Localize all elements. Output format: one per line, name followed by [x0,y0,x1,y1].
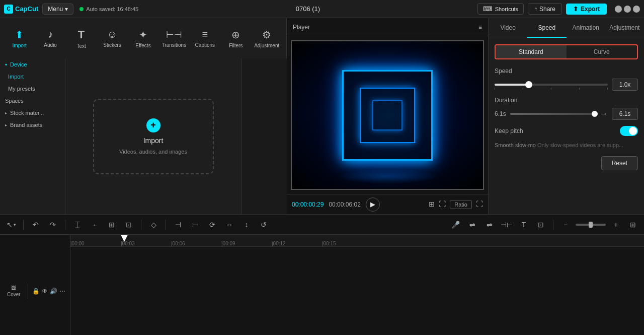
tool-text-label: Text [76,43,86,49]
sidebar-item-stock[interactable]: ▸ Stock mater... [0,107,65,119]
t-tool[interactable]: T [517,218,531,232]
tool-text[interactable]: T Text [67,21,96,56]
shortcuts-button[interactable]: ⌨ Shortcuts [477,3,524,15]
delete-icon: ⊡ [126,221,132,229]
speed-panel: Standard Curve Speed [489,38,644,214]
visibility-icon[interactable]: 👁 [42,288,48,295]
sidebar-sub-presets[interactable]: My presets [0,83,65,95]
tool-filters[interactable]: ⊕ Filters [221,21,250,56]
volume-icon[interactable]: 🔊 [50,288,57,295]
cover-label: Cover [7,292,21,297]
speed-ticks [495,88,608,90]
ratio-button[interactable]: Ratio [450,200,472,209]
reverse-tool[interactable]: ⟳ [205,218,219,232]
pip-tool[interactable]: ⊡ [534,218,548,232]
zoom-in-tool[interactable]: + [609,218,623,232]
sidebar-item-device[interactable]: ▾ Device [0,58,65,71]
stickers-icon: ☺ [107,29,117,40]
effects-icon: ✦ [139,29,147,41]
tab-animation[interactable]: Animation [567,18,605,38]
reset-button[interactable]: Reset [601,156,638,170]
menu-button[interactable]: Menu ▾ [42,4,73,15]
split-tool-1[interactable]: ⌶ [70,218,85,232]
tab-adjustment[interactable]: Adjustment [605,18,644,38]
time-total: 00:00:06:02 [329,201,360,208]
share-button[interactable]: ↑ Share [528,3,562,15]
import-dropzone[interactable]: + Import Videos, audios, and images [93,99,214,174]
topbar: C CapCut Menu ▾ Auto saved: 16:48:45 070… [0,0,644,18]
cover-button[interactable]: 🖼 Cover [4,283,24,299]
zoom-out-icon: − [564,221,568,229]
export-button[interactable]: ⬆ Export [566,4,607,15]
fullscreen-expand-icon[interactable]: ⛶ [439,200,446,209]
player-menu-icon[interactable]: ≡ [478,24,482,31]
speed-curve-btn[interactable]: Curve [567,45,637,58]
crop-right-icon: ⊢ [192,221,198,229]
link-icon: ⇌ [469,221,475,229]
redo-tool[interactable]: ↷ [46,218,60,232]
delete-tool[interactable]: ⊡ [122,218,136,232]
minimize-button[interactable] [615,6,622,13]
speed-slider-track[interactable] [495,84,608,86]
keep-pitch-row: Keep pitch [495,126,638,136]
link-tool[interactable]: ⇌ [465,218,479,232]
import-plus-icon: + [146,118,160,132]
keyframe-icon: ◇ [151,221,156,229]
mirror-h-tool[interactable]: ↔ [222,218,236,232]
tab-video[interactable]: Video [489,18,527,38]
ruler-mark-3: |00:09 [221,241,235,246]
speed-standard-btn[interactable]: Standard [496,45,567,58]
fit-icon: ⊞ [630,221,636,229]
mirror-v-tool[interactable]: ↕ [239,218,254,232]
lock-icon[interactable]: 🔒 [32,288,40,295]
keyframe-tool[interactable]: ◇ [146,218,160,232]
fullscreen-icon[interactable]: ⛶ [476,200,483,209]
track-label-area: 🖼 Cover 🔒 👁 🔊 ⋯ [0,247,70,335]
tab-speed[interactable]: Speed [527,18,566,38]
neon-glow [337,169,438,184]
split-tool-3[interactable]: ⊞ [105,218,119,232]
close-button[interactable] [633,6,640,13]
zoom-out-tool[interactable]: − [558,218,573,232]
speed-value-input[interactable] [612,79,638,91]
zoom-slider[interactable] [576,224,606,226]
duration-value-input[interactable] [612,108,638,120]
duration-track[interactable] [510,113,596,115]
split-tool-2[interactable]: ⫠ [88,218,102,232]
right-panel: Video Speed Animation Adjustment Standar… [488,18,644,214]
tool-transitions[interactable]: ⊢⊣ Transitions [159,21,188,56]
tool-audio[interactable]: ♪ Audio [36,21,64,56]
tool-captions[interactable]: ≡ Captions [191,21,219,56]
unlink-tool[interactable]: ⇌ [482,218,497,232]
crop-left-tool[interactable]: ⊣ [171,218,185,232]
sidebar-item-spaces[interactable]: Spaces [0,95,65,107]
speed-slider-thumb[interactable] [525,81,532,88]
crop-right-tool[interactable]: ⊢ [188,218,202,232]
mic-tool[interactable]: 🎤 [448,218,462,232]
maximize-button[interactable] [624,6,631,13]
toolbar: ⬆ Import ♪ Audio T Text ☺ Stickers ✦ Eff… [0,18,287,58]
duration-label: Duration [495,97,638,104]
undo-tool[interactable]: ↶ [29,218,43,232]
tool-import[interactable]: ⬆ Import [5,21,34,56]
tool-captions-label: Captions [195,42,215,48]
tool-stickers[interactable]: ☺ Stickers [98,21,126,56]
rotate-tool[interactable]: ↺ [257,218,271,232]
select-tool[interactable]: ↖ ▾ [4,218,18,232]
tool-filters-label: Filters [229,43,243,48]
sidebar-item-brand[interactable]: ▸ Brand assets [0,119,65,131]
more-icon[interactable]: ⋯ [59,288,65,295]
tool-adjustment[interactable]: ⚙ Adjustment [253,21,281,56]
grid-view-icon[interactable]: ⊞ [429,200,435,209]
fit-tool[interactable]: ⊞ [626,218,640,232]
play-button[interactable]: ▶ [366,197,380,212]
sidebar-sub-import[interactable]: Import [0,71,65,83]
keep-pitch-toggle[interactable] [620,126,638,136]
timeline-content: 🖼 Cover 🔒 👁 🔊 ⋯ |00:00 |00:03 [0,235,644,335]
ruler-mark-1: |00:03 [121,241,135,246]
zoom-slider-thumb[interactable] [589,222,593,228]
tool-transitions-label: Transitions [162,42,187,48]
tool-effects[interactable]: ✦ Effects [129,21,157,56]
split-track-icon: ⊣⊢ [501,221,513,229]
split-track-tool[interactable]: ⊣⊢ [500,218,514,232]
